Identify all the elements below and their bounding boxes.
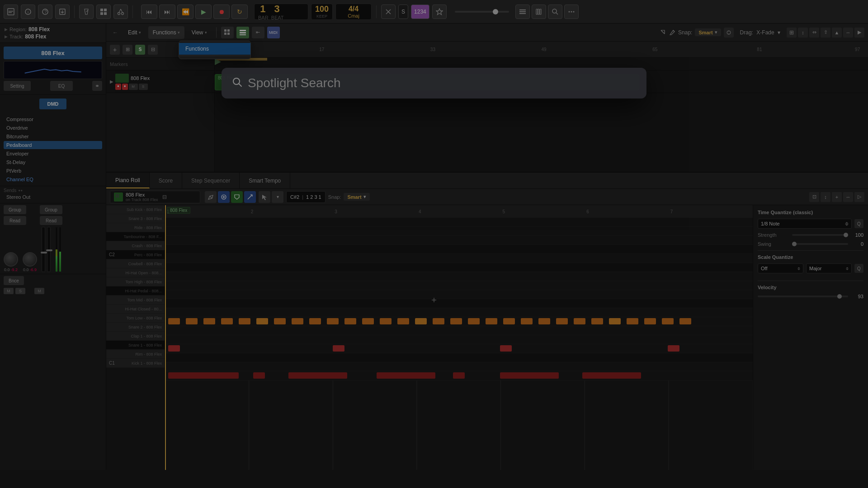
spotlight-box xyxy=(222,68,646,99)
spotlight-search-icon xyxy=(232,77,242,89)
spotlight-input-row xyxy=(222,68,646,99)
spotlight-overlay[interactable] xyxy=(0,0,868,488)
svg-line-77 xyxy=(239,84,241,86)
spotlight-input[interactable] xyxy=(248,76,636,90)
